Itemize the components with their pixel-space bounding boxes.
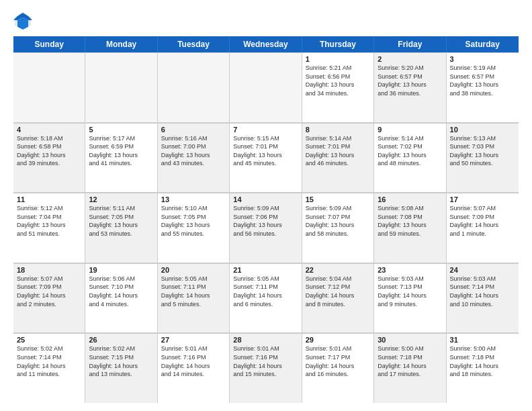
cell-info: Sunrise: 5:05 AM Sunset: 7:11 PM Dayligh… [233,275,298,308]
calendar-cell: 14Sunrise: 5:09 AM Sunset: 7:06 PM Dayli… [230,193,302,263]
day-number: 9 [378,126,442,134]
cell-info: Sunrise: 5:01 AM Sunset: 7:17 PM Dayligh… [306,345,370,378]
calendar-row-1: 1Sunrise: 5:21 AM Sunset: 6:56 PM Daylig… [13,52,519,123]
calendar-cell: 12Sunrise: 5:11 AM Sunset: 7:05 PM Dayli… [85,193,157,263]
calendar-cell: 28Sunrise: 5:01 AM Sunset: 7:16 PM Dayli… [230,333,302,403]
calendar-cell: 22Sunrise: 5:04 AM Sunset: 7:12 PM Dayli… [302,263,374,333]
calendar-cell: 29Sunrise: 5:01 AM Sunset: 7:17 PM Dayli… [302,333,374,403]
calendar-cell: 10Sunrise: 5:13 AM Sunset: 7:03 PM Dayli… [447,123,519,193]
calendar-cell: 13Sunrise: 5:10 AM Sunset: 7:05 PM Dayli… [158,193,230,263]
day-number: 27 [161,336,226,344]
calendar-cell: 15Sunrise: 5:09 AM Sunset: 7:07 PM Dayli… [302,193,374,263]
cell-info: Sunrise: 5:11 AM Sunset: 7:05 PM Dayligh… [89,204,153,238]
day-number: 7 [233,126,298,134]
calendar-cell: 24Sunrise: 5:03 AM Sunset: 7:14 PM Dayli… [447,263,519,333]
day-number: 30 [378,336,442,344]
calendar-cell: 19Sunrise: 5:06 AM Sunset: 7:10 PM Dayli… [85,263,157,333]
calendar-cell: 11Sunrise: 5:12 AM Sunset: 7:04 PM Dayli… [13,193,85,263]
cell-info: Sunrise: 5:09 AM Sunset: 7:06 PM Dayligh… [233,204,298,238]
day-number: 10 [450,126,515,134]
day-number: 1 [306,55,370,63]
weekday-header-monday: Monday [85,36,157,52]
logo-icon [13,11,32,30]
cell-info: Sunrise: 5:07 AM Sunset: 7:09 PM Dayligh… [450,204,515,238]
cell-info: Sunrise: 5:09 AM Sunset: 7:07 PM Dayligh… [306,204,370,238]
calendar-cell: 27Sunrise: 5:01 AM Sunset: 7:16 PM Dayli… [158,333,230,403]
calendar-cell: 8Sunrise: 5:14 AM Sunset: 7:01 PM Daylig… [302,123,374,193]
cell-info: Sunrise: 5:06 AM Sunset: 7:10 PM Dayligh… [89,275,153,308]
cell-info: Sunrise: 5:10 AM Sunset: 7:05 PM Dayligh… [161,204,226,238]
day-number: 8 [306,126,370,134]
calendar-header: SundayMondayTuesdayWednesdayThursdayFrid… [13,36,519,52]
cell-info: Sunrise: 5:00 AM Sunset: 7:18 PM Dayligh… [378,345,442,378]
page: SundayMondayTuesdayWednesdayThursdayFrid… [0,0,532,411]
cell-info: Sunrise: 5:01 AM Sunset: 7:16 PM Dayligh… [233,345,298,378]
cell-info: Sunrise: 5:08 AM Sunset: 7:08 PM Dayligh… [378,204,442,238]
calendar-cell: 18Sunrise: 5:07 AM Sunset: 7:09 PM Dayli… [13,263,85,333]
calendar-cell [13,52,85,122]
calendar-cell: 21Sunrise: 5:05 AM Sunset: 7:11 PM Dayli… [230,263,302,333]
day-number: 2 [378,55,442,63]
cell-info: Sunrise: 5:03 AM Sunset: 7:13 PM Dayligh… [378,275,442,308]
calendar-cell [230,52,302,122]
calendar-cell: 5Sunrise: 5:17 AM Sunset: 6:59 PM Daylig… [85,123,157,193]
calendar-cell: 16Sunrise: 5:08 AM Sunset: 7:08 PM Dayli… [374,193,446,263]
cell-info: Sunrise: 5:14 AM Sunset: 7:01 PM Dayligh… [306,134,370,168]
calendar-row-5: 25Sunrise: 5:02 AM Sunset: 7:14 PM Dayli… [13,333,519,403]
day-number: 19 [89,266,153,274]
cell-info: Sunrise: 5:16 AM Sunset: 7:00 PM Dayligh… [161,134,226,168]
calendar-cell: 7Sunrise: 5:15 AM Sunset: 7:01 PM Daylig… [230,123,302,193]
calendar-cell: 25Sunrise: 5:02 AM Sunset: 7:14 PM Dayli… [13,333,85,403]
calendar-row-2: 4Sunrise: 5:18 AM Sunset: 6:58 PM Daylig… [13,123,519,193]
calendar-cell [158,52,230,122]
day-number: 11 [17,195,81,203]
calendar-cell: 23Sunrise: 5:03 AM Sunset: 7:13 PM Dayli… [374,263,446,333]
day-number: 12 [89,195,153,203]
calendar-row-3: 11Sunrise: 5:12 AM Sunset: 7:04 PM Dayli… [13,193,519,263]
cell-info: Sunrise: 5:13 AM Sunset: 7:03 PM Dayligh… [450,134,515,168]
calendar-body: 1Sunrise: 5:21 AM Sunset: 6:56 PM Daylig… [13,52,519,403]
cell-info: Sunrise: 5:02 AM Sunset: 7:15 PM Dayligh… [89,345,153,378]
calendar-cell: 2Sunrise: 5:20 AM Sunset: 6:57 PM Daylig… [374,52,446,122]
cell-info: Sunrise: 5:14 AM Sunset: 7:02 PM Dayligh… [378,134,442,168]
cell-info: Sunrise: 5:03 AM Sunset: 7:14 PM Dayligh… [450,275,515,308]
day-number: 17 [450,195,515,203]
day-number: 31 [450,336,515,344]
calendar-cell: 17Sunrise: 5:07 AM Sunset: 7:09 PM Dayli… [447,193,519,263]
weekday-header-friday: Friday [374,36,446,52]
weekday-header-wednesday: Wednesday [230,36,302,52]
day-number: 13 [161,195,226,203]
day-number: 22 [306,266,370,274]
cell-info: Sunrise: 5:19 AM Sunset: 6:57 PM Dayligh… [450,64,515,97]
calendar: SundayMondayTuesdayWednesdayThursdayFrid… [13,36,519,403]
cell-info: Sunrise: 5:07 AM Sunset: 7:09 PM Dayligh… [17,275,81,308]
calendar-cell: 31Sunrise: 5:00 AM Sunset: 7:18 PM Dayli… [447,333,519,403]
calendar-cell: 30Sunrise: 5:00 AM Sunset: 7:18 PM Dayli… [374,333,446,403]
day-number: 3 [450,55,515,63]
calendar-cell: 6Sunrise: 5:16 AM Sunset: 7:00 PM Daylig… [158,123,230,193]
calendar-row-4: 18Sunrise: 5:07 AM Sunset: 7:09 PM Dayli… [13,263,519,334]
cell-info: Sunrise: 5:00 AM Sunset: 7:18 PM Dayligh… [450,345,515,378]
calendar-cell: 3Sunrise: 5:19 AM Sunset: 6:57 PM Daylig… [447,52,519,122]
calendar-cell: 4Sunrise: 5:18 AM Sunset: 6:58 PM Daylig… [13,123,85,193]
day-number: 6 [161,126,226,134]
day-number: 29 [306,336,370,344]
weekday-header-sunday: Sunday [13,36,85,52]
day-number: 18 [17,266,81,274]
day-number: 21 [233,266,298,274]
calendar-cell: 20Sunrise: 5:05 AM Sunset: 7:11 PM Dayli… [158,263,230,333]
day-number: 14 [233,195,298,203]
day-number: 5 [89,126,153,134]
cell-info: Sunrise: 5:02 AM Sunset: 7:14 PM Dayligh… [17,345,81,378]
day-number: 26 [89,336,153,344]
cell-info: Sunrise: 5:18 AM Sunset: 6:58 PM Dayligh… [17,134,81,168]
calendar-cell: 9Sunrise: 5:14 AM Sunset: 7:02 PM Daylig… [374,123,446,193]
day-number: 23 [378,266,442,274]
day-number: 24 [450,266,515,274]
cell-info: Sunrise: 5:21 AM Sunset: 6:56 PM Dayligh… [306,64,370,97]
cell-info: Sunrise: 5:12 AM Sunset: 7:04 PM Dayligh… [17,204,81,238]
logo [13,11,35,30]
cell-info: Sunrise: 5:04 AM Sunset: 7:12 PM Dayligh… [306,275,370,308]
calendar-cell: 26Sunrise: 5:02 AM Sunset: 7:15 PM Dayli… [85,333,157,403]
day-number: 15 [306,195,370,203]
